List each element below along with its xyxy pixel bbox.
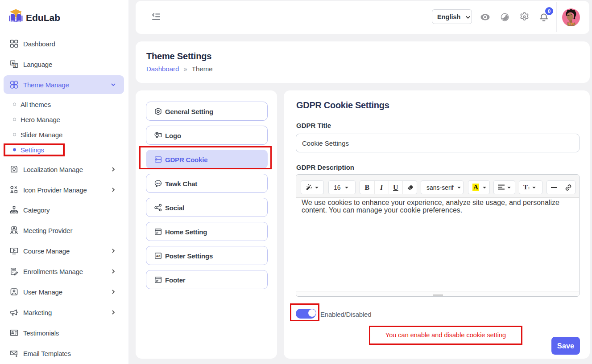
svg-text:Ad: Ad [156, 254, 160, 258]
svg-text:文: 文 [13, 64, 17, 68]
svg-text:TALK: TALK [156, 182, 161, 184]
